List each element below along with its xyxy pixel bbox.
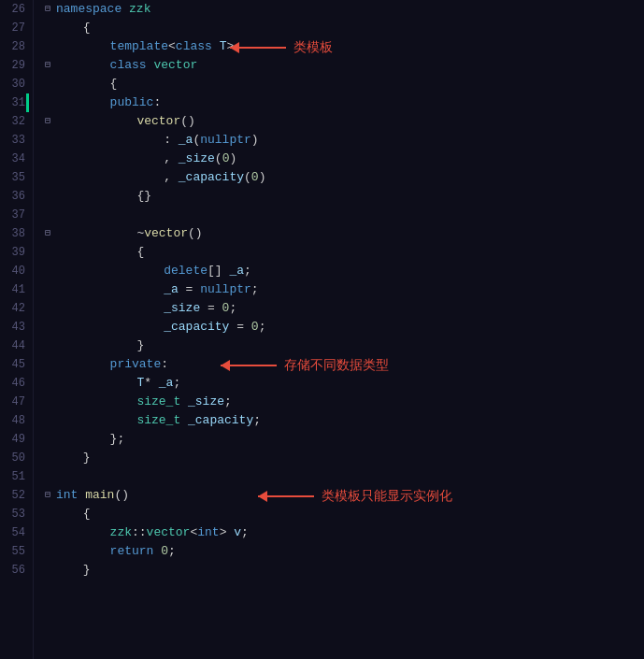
fold-icon-32[interactable]: ⊟ bbox=[41, 115, 54, 128]
code-line-32: ⊟vector() bbox=[41, 112, 644, 131]
code-line-51 bbox=[41, 467, 644, 486]
fold-icon-54 bbox=[41, 526, 54, 539]
token: () bbox=[114, 486, 129, 505]
line-number-56: 56 bbox=[4, 561, 25, 580]
code-line-44: } bbox=[41, 337, 644, 355]
token: _capacity bbox=[164, 318, 229, 337]
fold-icon-47 bbox=[41, 395, 54, 408]
token: 0 bbox=[222, 150, 230, 168]
token: ( bbox=[215, 150, 222, 168]
line-number-36: 36 bbox=[4, 187, 25, 206]
token: ; bbox=[251, 280, 259, 299]
token: ; bbox=[173, 374, 180, 393]
token: public bbox=[110, 93, 154, 112]
token: < bbox=[190, 523, 197, 542]
token bbox=[180, 393, 188, 411]
fold-icon-26[interactable]: ⊟ bbox=[41, 3, 54, 16]
token: { bbox=[83, 19, 91, 37]
token: ) bbox=[259, 168, 266, 187]
token: nullptr bbox=[200, 280, 251, 299]
line-number-27: 27 bbox=[4, 19, 25, 37]
fold-icon-44 bbox=[41, 339, 54, 352]
token: ; bbox=[253, 411, 261, 430]
token: > bbox=[226, 37, 234, 56]
token: : bbox=[153, 93, 161, 112]
token: ; bbox=[229, 299, 236, 318]
fold-icon-28 bbox=[41, 40, 54, 53]
code-line-45: private: bbox=[41, 355, 644, 374]
fold-icon-29[interactable]: ⊟ bbox=[41, 59, 54, 72]
token: zzk bbox=[110, 523, 132, 542]
line-number-35: 35 bbox=[4, 168, 25, 187]
token: = bbox=[179, 280, 200, 299]
line-number-42: 42 bbox=[4, 299, 25, 318]
token: private bbox=[110, 355, 162, 374]
token: , bbox=[164, 150, 179, 168]
fold-icon-39 bbox=[41, 246, 54, 259]
token: = bbox=[200, 299, 222, 318]
token: vector bbox=[144, 224, 188, 243]
code-line-55: return 0; bbox=[41, 542, 644, 561]
fold-icon-51 bbox=[41, 470, 54, 483]
token: vector bbox=[136, 112, 180, 131]
line-number-49: 49 bbox=[4, 430, 25, 449]
token: vector bbox=[153, 56, 197, 75]
fold-icon-31 bbox=[41, 96, 54, 109]
code-line-54: zzk::vector<int> v; bbox=[41, 523, 644, 542]
fold-icon-36 bbox=[41, 190, 54, 203]
code-line-30: { bbox=[41, 75, 644, 93]
code-line-53: { bbox=[41, 505, 644, 523]
token: {} bbox=[136, 187, 151, 206]
line-number-30: 30 bbox=[4, 75, 25, 93]
line-number-51: 51 bbox=[4, 467, 25, 486]
fold-icon-52[interactable]: ⊟ bbox=[41, 489, 54, 502]
token: } bbox=[136, 337, 144, 355]
token: v bbox=[234, 523, 241, 542]
code-line-28: template<class T> bbox=[41, 37, 644, 56]
token: _size bbox=[188, 393, 224, 411]
token: _size bbox=[179, 150, 215, 168]
token: 0 bbox=[251, 318, 259, 337]
token: ; bbox=[244, 262, 251, 280]
code-line-34: , _size(0) bbox=[41, 150, 644, 168]
line-number-31: 31 bbox=[4, 93, 25, 112]
token bbox=[212, 37, 220, 56]
code-line-49: }; bbox=[41, 430, 644, 449]
fold-icon-30 bbox=[41, 78, 54, 91]
token: ) bbox=[229, 150, 236, 168]
code-line-26: ⊟namespace zzk bbox=[41, 0, 644, 19]
code-line-43: _capacity = 0; bbox=[41, 318, 644, 337]
fold-icon-46 bbox=[41, 377, 54, 390]
fold-icon-38[interactable]: ⊟ bbox=[41, 227, 54, 240]
line-number-33: 33 bbox=[4, 131, 25, 150]
token: return bbox=[110, 542, 154, 561]
token: namespace bbox=[56, 0, 122, 19]
fold-icon-41 bbox=[41, 283, 54, 296]
token: zzk bbox=[129, 0, 150, 19]
code-line-35: , _capacity(0) bbox=[41, 168, 644, 187]
token: [] bbox=[208, 262, 229, 280]
token: int bbox=[197, 523, 219, 542]
code-line-41: _a = nullptr; bbox=[41, 280, 644, 299]
line-number-50: 50 bbox=[4, 449, 25, 467]
line-number-41: 41 bbox=[4, 280, 25, 299]
token: _a bbox=[164, 280, 179, 299]
token: 0 bbox=[222, 299, 230, 318]
line-number-34: 34 bbox=[4, 150, 25, 168]
line-number-47: 47 bbox=[4, 393, 25, 411]
line-number-48: 48 bbox=[4, 411, 25, 430]
fold-icon-40 bbox=[41, 265, 54, 278]
code-line-36: {} bbox=[41, 187, 644, 206]
token bbox=[122, 0, 129, 19]
token: ( bbox=[193, 131, 200, 150]
code-area: 2627282930313233343536373839404142434445… bbox=[0, 0, 644, 659]
fold-icon-49 bbox=[41, 433, 54, 446]
line-number-52: 52 bbox=[4, 486, 25, 505]
token: ; bbox=[241, 523, 249, 542]
code-line-52: ⊟int main() bbox=[41, 486, 644, 505]
code-line-50: } bbox=[41, 449, 644, 467]
line-number-53: 53 bbox=[4, 505, 25, 523]
token bbox=[147, 56, 154, 75]
token: { bbox=[136, 243, 144, 262]
token: class bbox=[176, 37, 212, 56]
